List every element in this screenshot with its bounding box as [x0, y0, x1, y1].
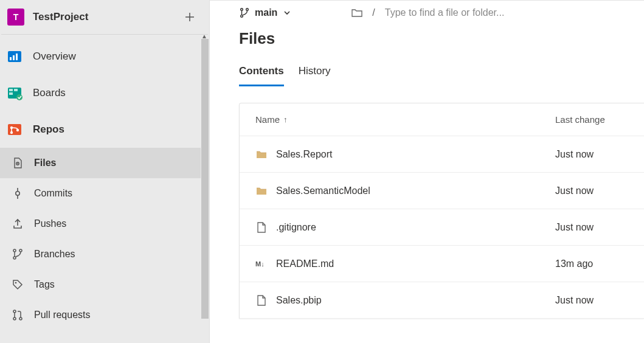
file-tabs: Contents History	[210, 53, 644, 87]
scrollbar-thumb[interactable]	[201, 39, 209, 319]
chevron-down-icon	[283, 9, 291, 16]
main-content: main / Files Contents History Name	[210, 0, 644, 343]
sidebar-item-repos[interactable]: Repos	[0, 111, 209, 148]
file-name: Sales.Report	[276, 149, 333, 160]
commits-icon	[11, 187, 24, 200]
table-row[interactable]: M↓ README.md 13m ago	[240, 246, 644, 282]
tags-icon	[11, 278, 24, 291]
last-change: Just now	[555, 185, 628, 196]
file-name: Sales.SemanticModel	[276, 185, 370, 196]
last-change: Just now	[555, 149, 628, 160]
sidebar-item-label: Boards	[33, 87, 66, 99]
folder-icon	[255, 148, 268, 161]
page-title: Files	[210, 27, 644, 53]
pushes-icon	[11, 217, 24, 230]
sidebar-scrollbar[interactable]: ▲	[201, 35, 209, 343]
sidebar-item-label: Repos	[33, 123, 64, 136]
file-icon	[255, 221, 268, 234]
svg-point-15	[16, 192, 19, 195]
sort-ascending-icon: ↑	[283, 115, 288, 124]
project-link[interactable]: T TestProject	[7, 9, 88, 26]
svg-rect-5	[9, 89, 13, 91]
sidebar-item-tags[interactable]: Tags	[0, 269, 209, 300]
project-header: T TestProject	[1, 1, 208, 35]
svg-rect-3	[16, 54, 18, 60]
file-name: .gitignore	[276, 222, 316, 233]
file-icon	[255, 294, 268, 307]
branch-name: main	[255, 7, 277, 18]
svg-point-26	[241, 15, 243, 18]
branches-icon	[11, 248, 24, 261]
sidebar-item-label: Pull requests	[34, 310, 91, 320]
breadcrumb-separator: /	[372, 7, 375, 18]
svg-rect-1	[10, 57, 12, 60]
last-change: Just now	[555, 222, 628, 233]
svg-point-14	[17, 163, 18, 164]
folder-icon[interactable]	[351, 8, 362, 18]
sidebar-item-files[interactable]: Files	[0, 148, 209, 178]
sidebar-item-label: Pushes	[34, 218, 66, 229]
svg-point-22	[13, 310, 16, 313]
table-row[interactable]: Sales.SemanticModel Just now	[240, 173, 644, 209]
markdown-icon: M↓	[255, 258, 268, 270]
repo-topbar: main /	[210, 0, 644, 27]
last-change: Just now	[555, 295, 628, 306]
svg-point-20	[19, 249, 22, 252]
svg-point-25	[241, 9, 243, 11]
branch-picker[interactable]: main	[239, 7, 291, 18]
svg-point-8	[16, 94, 23, 100]
overview-icon	[6, 48, 23, 65]
table-header: Name ↑ Last change	[240, 103, 644, 136]
sidebar-item-overview[interactable]: Overview	[0, 38, 209, 75]
column-header-name[interactable]: Name ↑	[255, 114, 288, 125]
sidebar-item-label: Commits	[34, 188, 72, 199]
repos-icon	[6, 121, 23, 138]
table-row[interactable]: Sales.Report Just now	[240, 136, 644, 173]
sidebar-item-commits[interactable]: Commits	[0, 178, 209, 209]
sidebar-item-branches[interactable]: Branches	[0, 239, 209, 269]
svg-rect-6	[9, 92, 13, 95]
divider	[210, 0, 644, 1]
sidebar-item-label: Overview	[33, 50, 76, 63]
nav-section: Overview Boards Repos Files	[0, 35, 209, 330]
tab-contents[interactable]: Contents	[239, 65, 284, 86]
sidebar-item-label: Branches	[34, 249, 75, 260]
svg-point-12	[16, 129, 19, 131]
path-search-input[interactable]	[385, 7, 567, 18]
folder-icon	[255, 185, 268, 197]
svg-point-11	[10, 131, 13, 134]
column-header-last-change[interactable]: Last change	[555, 114, 628, 125]
project-badge: T	[7, 9, 24, 26]
table-row[interactable]: .gitignore Just now	[240, 209, 644, 246]
boards-icon	[6, 85, 23, 102]
file-name: Sales.pbip	[276, 295, 322, 306]
sidebar-item-pushes[interactable]: Pushes	[0, 209, 209, 239]
sidebar-item-pull-requests[interactable]: Pull requests	[0, 300, 209, 330]
sidebar-item-label: Tags	[34, 279, 55, 290]
svg-point-21	[15, 282, 17, 284]
last-change: 13m ago	[555, 258, 628, 269]
svg-point-27	[246, 9, 249, 11]
pull-requests-icon	[11, 308, 24, 322]
svg-point-24	[19, 317, 22, 320]
sidebar-item-boards[interactable]: Boards	[0, 75, 209, 111]
files-icon	[11, 156, 24, 170]
tab-history[interactable]: History	[299, 65, 331, 86]
sidebar-item-label: Files	[34, 158, 56, 168]
svg-rect-2	[13, 55, 15, 60]
project-name: TestProject	[33, 11, 88, 23]
file-name: README.md	[276, 258, 334, 269]
branch-icon	[239, 7, 250, 18]
plus-icon[interactable]	[182, 10, 197, 24]
svg-rect-9	[8, 124, 21, 135]
file-list-panel: Name ↑ Last change Sales.Report Just now	[239, 103, 644, 319]
svg-point-10	[10, 126, 13, 129]
svg-point-18	[13, 249, 16, 252]
svg-rect-7	[14, 89, 18, 91]
svg-point-23	[13, 317, 16, 320]
table-row[interactable]: Sales.pbip Just now	[240, 282, 644, 319]
project-sidebar: T TestProject Overview Boards	[0, 0, 210, 343]
svg-point-19	[13, 257, 16, 259]
svg-text:M↓: M↓	[255, 260, 265, 268]
